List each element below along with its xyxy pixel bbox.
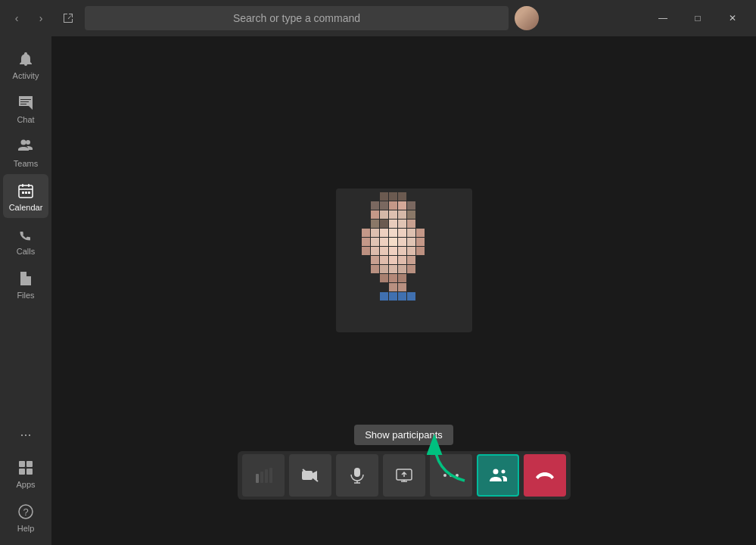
call-area: Show participants: [51, 36, 756, 545]
end-call-button[interactable]: [524, 454, 566, 497]
video-container: [336, 188, 472, 332]
sidebar-item-more[interactable]: ···: [3, 418, 48, 451]
search-input[interactable]: [85, 6, 509, 30]
files-icon: [15, 268, 36, 289]
svg-rect-14: [265, 469, 268, 483]
svg-point-25: [501, 470, 505, 474]
svg-point-24: [493, 469, 498, 475]
help-icon: ?: [15, 501, 36, 522]
sidebar-item-files-label: Files: [17, 291, 34, 300]
sidebar-item-help-label: Help: [17, 524, 35, 533]
svg-text:?: ?: [23, 506, 28, 518]
sidebar-item-calls[interactable]: Calls: [3, 218, 48, 262]
sidebar-item-teams[interactable]: Teams: [3, 130, 48, 174]
sidebar-item-apps[interactable]: Apps: [3, 451, 48, 495]
participants-button[interactable]: [477, 454, 519, 497]
titlebar: ‹ › — □ ✕: [0, 0, 756, 36]
svg-rect-13: [260, 472, 263, 483]
svg-point-0: [26, 140, 30, 145]
svg-rect-7: [26, 461, 33, 467]
svg-rect-4: [25, 192, 27, 194]
calls-icon: [15, 224, 36, 245]
mic-button[interactable]: [336, 454, 378, 497]
close-button[interactable]: ✕: [715, 6, 750, 30]
teams-icon: [15, 136, 36, 157]
back-button[interactable]: ‹: [6, 8, 27, 29]
sidebar-item-help[interactable]: ? Help: [3, 495, 48, 539]
popout-button[interactable]: [58, 8, 79, 29]
svg-point-22: [450, 474, 453, 477]
window-controls: — □ ✕: [646, 6, 750, 30]
call-controls: [238, 451, 571, 500]
svg-rect-12: [256, 474, 259, 483]
call-controls-wrapper: Show participants: [238, 425, 571, 500]
sidebar-item-activity-label: Activity: [13, 71, 39, 80]
sidebar-item-teams-label: Teams: [14, 159, 38, 168]
apps-icon: [15, 457, 36, 478]
svg-rect-15: [269, 468, 272, 483]
maximize-button[interactable]: □: [680, 6, 715, 30]
participant-video: [336, 188, 472, 332]
sidebar-item-activity[interactable]: Activity: [3, 42, 48, 86]
main-layout: Activity Chat Teams: [0, 36, 756, 545]
nav-controls: ‹ ›: [6, 8, 51, 29]
activity-icon: [15, 48, 36, 70]
more-icon: ···: [15, 424, 36, 445]
sidebar-item-calls-label: Calls: [17, 247, 35, 256]
svg-rect-9: [26, 469, 33, 475]
svg-rect-3: [22, 192, 24, 194]
svg-point-23: [456, 474, 459, 477]
sidebar-item-files[interactable]: Files: [3, 262, 48, 306]
svg-rect-17: [354, 468, 360, 477]
forward-button[interactable]: ›: [30, 8, 51, 29]
svg-point-21: [443, 474, 446, 477]
chat-icon: [15, 92, 36, 114]
minimize-button[interactable]: —: [646, 6, 680, 30]
sidebar-item-calendar-label: Calendar: [9, 203, 43, 212]
avatar: [515, 6, 539, 30]
participants-tooltip: Show participants: [354, 425, 453, 445]
svg-rect-6: [19, 461, 25, 467]
svg-rect-5: [28, 192, 30, 194]
svg-rect-8: [19, 469, 25, 475]
more-options-button[interactable]: [430, 454, 472, 497]
sidebar-item-chat-label: Chat: [17, 115, 34, 124]
svg-point-1: [21, 140, 26, 145]
video-button[interactable]: [289, 454, 331, 497]
sidebar: Activity Chat Teams: [0, 36, 51, 545]
calendar-icon: [15, 180, 36, 201]
signal-button[interactable]: [242, 454, 285, 497]
sidebar-item-chat[interactable]: Chat: [3, 86, 48, 130]
share-button[interactable]: [383, 454, 425, 497]
sidebar-item-calendar[interactable]: Calendar: [3, 174, 48, 218]
sidebar-item-apps-label: Apps: [16, 480, 35, 489]
